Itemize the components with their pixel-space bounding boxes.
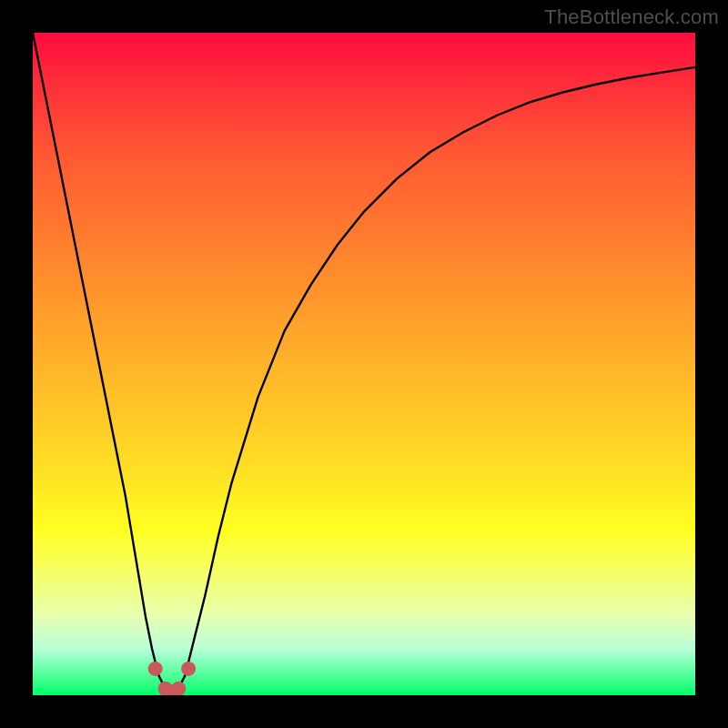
plot-area [33, 33, 695, 695]
watermark-text: TheBottleneck.com [544, 5, 719, 29]
curve-layer [33, 33, 695, 695]
bottleneck-curve [33, 33, 695, 692]
chart-frame: TheBottleneck.com [0, 0, 728, 728]
curve-marker [181, 662, 196, 676]
curve-marker [171, 682, 186, 695]
curve-markers [148, 662, 196, 695]
curve-marker [148, 662, 163, 676]
